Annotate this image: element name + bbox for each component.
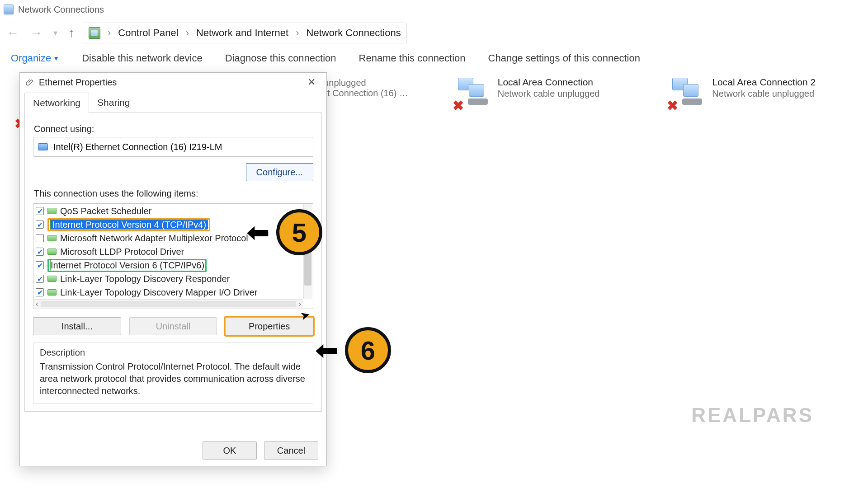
window-titlebar: Network Connections bbox=[0, 0, 868, 19]
connection-name: Local Area Connection bbox=[498, 77, 600, 88]
connection-item[interactable]: ✖ Local Area Connection Network cable un… bbox=[455, 77, 643, 109]
organize-label: Organize bbox=[11, 52, 51, 64]
list-item-label: Link-Layer Topology Discovery Mapper I/O… bbox=[60, 287, 257, 298]
list-item-label: Microsoft LLDP Protocol Driver bbox=[60, 247, 184, 257]
breadcrumb-item[interactable]: Control Panel bbox=[118, 27, 178, 39]
list-item-label: Microsoft Network Adapter Multiplexor Pr… bbox=[60, 233, 248, 244]
breadcrumb-sep-icon: › bbox=[293, 27, 302, 39]
protocol-icon bbox=[47, 235, 57, 241]
protocol-icon bbox=[47, 249, 57, 255]
annotation-highlight: Internet Protocol Version 4 (TCP/IPv4) bbox=[47, 218, 210, 231]
list-item-label: QoS Packet Scheduler bbox=[60, 206, 151, 216]
unplugged-x-icon: ✖ bbox=[453, 98, 464, 113]
disable-device-button[interactable]: Disable this network device bbox=[82, 52, 203, 64]
chevron-down-icon: ▼ bbox=[53, 55, 59, 62]
breadcrumb[interactable]: › Control Panel › Network and Internet ›… bbox=[83, 23, 407, 43]
tab-sharing[interactable]: Sharing bbox=[89, 93, 138, 113]
control-panel-icon bbox=[89, 27, 100, 39]
dialog-tabs: Networking Sharing bbox=[20, 93, 326, 113]
list-item-label: Internet Protocol Version 4 (TCP/IPv4) bbox=[51, 220, 208, 230]
checkbox[interactable]: ✔ bbox=[36, 248, 44, 256]
protocol-icon bbox=[47, 276, 57, 282]
checkbox[interactable]: ✔ bbox=[36, 288, 44, 296]
checkbox[interactable]: ✔ bbox=[36, 207, 44, 215]
dialog-title: Ethernet Properties bbox=[39, 77, 117, 88]
adapter-field[interactable]: Intel(R) Ethernet Connection (16) I219-L… bbox=[33, 137, 313, 157]
annotation-step-5: ⬅ 5 bbox=[248, 209, 322, 255]
install-button[interactable]: Install... bbox=[33, 317, 121, 335]
nav-up-icon[interactable]: ↑ bbox=[68, 26, 75, 40]
connection-name: Local Area Connection 2 bbox=[712, 77, 816, 88]
arrow-left-icon: ⬅ bbox=[247, 218, 269, 247]
address-bar: ← → ▾ ↑ › Control Panel › Network and In… bbox=[0, 19, 868, 47]
explorer-toolbar: Organize ▼ Disable this network device D… bbox=[0, 47, 868, 69]
change-settings-button[interactable]: Change settings of this connection bbox=[488, 52, 640, 64]
cancel-button[interactable]: Cancel bbox=[264, 441, 318, 460]
scroll-left-icon[interactable]: ‹ bbox=[36, 300, 38, 308]
connection-status: Network cable unplugged bbox=[712, 89, 816, 99]
item-actions: Install... Uninstall Properties bbox=[33, 317, 313, 335]
ethernet-properties-dialog: Ethernet Properties ✕ Networking Sharing… bbox=[19, 72, 327, 466]
tab-networking[interactable]: Networking bbox=[24, 93, 89, 113]
uninstall-button: Uninstall bbox=[129, 317, 217, 335]
step-badge: 5 bbox=[276, 209, 322, 255]
breadcrumb-item[interactable]: Network Connections bbox=[307, 27, 401, 39]
configure-button[interactable]: Configure... bbox=[246, 163, 313, 181]
breadcrumb-item[interactable]: Network and Internet bbox=[196, 27, 288, 39]
description-title: Description bbox=[40, 347, 307, 358]
scroll-right-icon[interactable]: › bbox=[299, 300, 301, 308]
ok-button[interactable]: OK bbox=[203, 441, 257, 460]
adapter-name: Intel(R) Ethernet Connection (16) I219-L… bbox=[53, 142, 222, 152]
connection-status: Network cable unplugged bbox=[498, 89, 600, 99]
annotation-highlight: Internet Protocol Version 6 (TCP/IPv6) bbox=[47, 259, 207, 272]
step-badge: 6 bbox=[345, 327, 391, 373]
list-item-label: Internet Protocol Version 6 (TCP/IPv6) bbox=[51, 260, 204, 270]
list-item[interactable]: ✔Link-Layer Topology Discovery Mapper I/… bbox=[34, 286, 303, 299]
checkbox[interactable] bbox=[36, 234, 44, 242]
nav-recent-icon[interactable]: ▾ bbox=[53, 28, 57, 38]
close-button[interactable]: ✕ bbox=[303, 75, 320, 90]
arrow-left-icon: ⬅ bbox=[316, 336, 338, 365]
checkbox[interactable]: ✔ bbox=[36, 221, 44, 229]
dialog-buttons: OK Cancel bbox=[203, 441, 318, 460]
dialog-titlebar: Ethernet Properties ✕ bbox=[20, 73, 326, 92]
network-connections-icon bbox=[4, 5, 14, 14]
items-label: This connection uses the following items… bbox=[34, 188, 312, 199]
connect-using-label: Connect using: bbox=[34, 124, 312, 134]
description-text: Transmission Control Protocol/Internet P… bbox=[40, 361, 307, 397]
annotation-step-6: ⬅ 6 bbox=[316, 327, 391, 373]
protocol-icon bbox=[47, 208, 57, 214]
window-title: Network Connections bbox=[18, 5, 104, 15]
networking-pane: Connect using: Intel(R) Ethernet Connect… bbox=[24, 113, 322, 412]
breadcrumb-sep-icon: › bbox=[183, 27, 192, 39]
connection-icon: ✖ bbox=[670, 77, 706, 109]
connection-icon: ✖ bbox=[455, 77, 491, 109]
properties-button[interactable]: Properties bbox=[225, 317, 313, 335]
nav-back-icon[interactable]: ← bbox=[6, 26, 19, 40]
checkbox[interactable]: ✔ bbox=[36, 261, 44, 269]
nav-forward-icon[interactable]: → bbox=[30, 26, 42, 40]
list-item[interactable]: ✔ Internet Protocol Version 6 (TCP/IPv6) bbox=[34, 258, 303, 272]
organize-menu[interactable]: Organize ▼ bbox=[11, 52, 59, 64]
nic-icon bbox=[38, 143, 48, 150]
unplugged-x-icon: ✖ bbox=[667, 98, 678, 113]
rename-button[interactable]: Rename this connection bbox=[359, 52, 466, 64]
protocol-icon bbox=[47, 289, 57, 296]
adapter-icon bbox=[26, 78, 34, 86]
diagnose-button[interactable]: Diagnose this connection bbox=[225, 52, 336, 64]
watermark: REALPARS bbox=[691, 404, 814, 427]
list-item[interactable]: ✔Link-Layer Topology Discovery Responder bbox=[34, 272, 303, 286]
horizontal-scrollbar[interactable]: ‹ › bbox=[34, 299, 303, 308]
checkbox[interactable]: ✔ bbox=[36, 275, 44, 283]
breadcrumb-sep-icon: › bbox=[105, 27, 113, 39]
list-item-label: Link-Layer Topology Discovery Responder bbox=[60, 274, 230, 284]
description-box: Description Transmission Control Protoco… bbox=[33, 343, 313, 404]
connection-item[interactable]: ✖ Local Area Connection 2 Network cable … bbox=[670, 77, 857, 109]
nav-arrows: ← → ▾ ↑ bbox=[6, 26, 75, 40]
